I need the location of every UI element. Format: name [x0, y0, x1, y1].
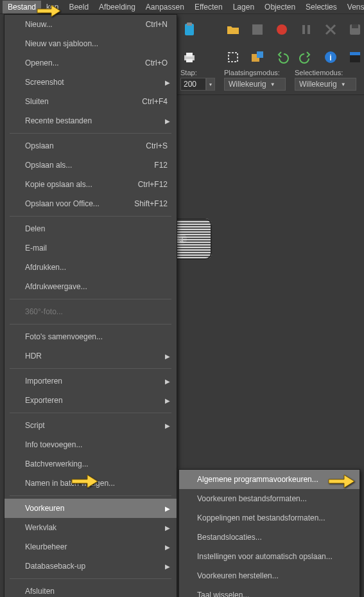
stap-spin-toggle[interactable]: ▾	[206, 78, 215, 91]
menubar: Bestand ken Beeld Afbeelding Aanpassen E…	[0, 0, 364, 14]
resize-icon[interactable]	[248, 48, 266, 66]
submenu-item[interactable]: Instellingen voor automatisch opslaan...	[179, 547, 360, 566]
submenu-item[interactable]: Voorkeuren bestandsformaten...	[179, 489, 360, 508]
menu-item[interactable]: Namen in batch wijzigen...	[4, 474, 177, 493]
save-icon[interactable]	[346, 21, 364, 39]
menu-separator	[10, 495, 171, 496]
menu-item[interactable]: Afsluiten	[4, 582, 177, 597]
bestand-dropdown-menu: Nieuw...Ctrl+NNieuw van sjabloon...Opene…	[4, 14, 177, 597]
toolbar-row-1	[177, 14, 364, 45]
menu-item-label: HDR	[25, 352, 168, 361]
menu-vensters-partial[interactable]: Vens	[342, 1, 364, 13]
menu-item[interactable]: Nieuw van sjabloon...	[4, 34, 177, 53]
menu-item-shortcut: Ctrl+F12	[138, 180, 168, 189]
menu-item-label: Nieuw van sjabloon...	[25, 39, 168, 48]
crop-icon[interactable]	[224, 48, 242, 66]
info-icon[interactable]: i	[322, 48, 340, 66]
menu-item-shortcut: F12	[154, 161, 168, 170]
menu-item[interactable]: Kleurbeheer▶	[4, 537, 177, 557]
submenu-item[interactable]: Algemene programmavoorkeuren...	[179, 470, 360, 489]
menu-item[interactable]: Exporteren▶	[4, 391, 177, 410]
plaatsingsmodus-group: Plaatsingsmodus: Willekeurig ▼	[224, 69, 286, 91]
selectiemodus-dropdown[interactable]: Willekeurig ▼	[295, 78, 356, 91]
menu-item[interactable]: Foto's samenvoegen...	[4, 327, 177, 346]
menu-bewerken-partial[interactable]: ken	[41, 1, 64, 13]
menu-item[interactable]: Script▶	[4, 416, 177, 435]
menu-item-shortcut: Ctrl+N	[146, 20, 168, 29]
plaatsingsmodus-dropdown[interactable]: Willekeurig ▼	[224, 78, 286, 91]
submenu-item[interactable]: Bestandslocaties...	[179, 528, 360, 547]
menu-afbeelding[interactable]: Afbeelding	[94, 1, 141, 13]
menu-item-shortcut: Ctrl+S	[146, 141, 168, 150]
menu-separator	[10, 324, 171, 325]
chevron-right-icon: ▶	[165, 422, 170, 429]
menu-bestand[interactable]: Bestand	[3, 1, 41, 13]
svg-text:i: i	[329, 53, 331, 62]
close-icon[interactable]	[322, 21, 340, 39]
menu-item[interactable]: Delen	[4, 219, 177, 238]
menu-item[interactable]: Info toevoegen...	[4, 435, 177, 454]
plaatsingsmodus-label: Plaatsingsmodus:	[224, 69, 286, 76]
menu-separator	[10, 413, 171, 413]
stap-spinner[interactable]: ▾	[180, 78, 215, 91]
options-bar: Stap: ▾ Plaatsingsmodus: Willekeurig ▼ S…	[177, 69, 364, 95]
menu-item[interactable]: Screenshot▶	[4, 73, 177, 92]
chevron-down-icon: ▼	[341, 82, 346, 87]
menu-item-shortcut: Ctrl+F4	[142, 97, 168, 106]
pause-icon[interactable]	[297, 21, 315, 39]
menu-item[interactable]: Opslaan voor Office...Shift+F12	[4, 194, 177, 213]
submenu-item[interactable]: Koppelingen met bestandsformaten...	[179, 508, 360, 528]
menu-item-label: Exporteren	[25, 396, 168, 405]
menu-effecten[interactable]: Effecten	[189, 1, 228, 13]
selectiemodus-group: Selectiemodus: Willekeurig ▼	[295, 69, 356, 91]
menu-item[interactable]: SluitenCtrl+F4	[4, 92, 177, 111]
menu-item-label: Opslaan	[25, 141, 146, 150]
menu-lagen[interactable]: Lagen	[228, 1, 259, 13]
svg-rect-11	[229, 53, 238, 62]
menu-selecties[interactable]: Selecties	[300, 1, 342, 13]
stop-icon[interactable]	[248, 21, 266, 39]
menu-item-label: Opslaan voor Office...	[25, 199, 134, 208]
svg-rect-7	[352, 24, 358, 28]
panel-icon[interactable]	[346, 48, 364, 66]
menu-item[interactable]: Kopie opslaan als...Ctrl+F12	[4, 175, 177, 194]
menu-item[interactable]: E-mail	[4, 238, 177, 258]
redo-icon[interactable]	[297, 48, 315, 66]
menu-item-shortcut: Ctrl+O	[145, 58, 168, 67]
menu-aanpassen[interactable]: Aanpassen	[141, 1, 189, 13]
folder-open-icon[interactable]	[224, 21, 242, 39]
menu-item[interactable]: Opslaan als...F12	[4, 156, 177, 175]
record-icon[interactable]	[273, 21, 291, 39]
menu-item[interactable]: Databaseback-up▶	[4, 557, 177, 576]
undo-icon[interactable]	[273, 48, 291, 66]
menu-beeld[interactable]: Beeld	[64, 1, 94, 13]
menu-item[interactable]: Werkvlak▶	[4, 518, 177, 537]
menu-item[interactable]: Voorkeuren▶	[4, 499, 177, 518]
menu-item-label: Script	[25, 421, 168, 430]
menu-item-label: Afdrukken...	[25, 263, 168, 272]
menu-item[interactable]: Batchverwerking...	[4, 454, 177, 474]
menu-item-label: Nieuw...	[25, 20, 146, 29]
menu-item[interactable]: Afdrukweergave...	[4, 277, 177, 296]
stap-input[interactable]	[180, 78, 206, 91]
selectiemodus-value: Willekeurig	[299, 80, 337, 89]
clipboard-icon[interactable]	[180, 21, 198, 39]
menu-item[interactable]: Afdrukken...	[4, 258, 177, 277]
menu-item[interactable]: Importeren▶	[4, 371, 177, 391]
menu-item[interactable]: HDR▶	[4, 346, 177, 366]
menu-item-label: Databaseback-up	[25, 562, 168, 571]
menu-objecten[interactable]: Objecten	[259, 1, 300, 13]
svg-rect-13	[257, 51, 263, 58]
menu-item[interactable]: Recente bestanden▶	[4, 111, 177, 130]
menu-item[interactable]: Nieuw...Ctrl+N	[4, 15, 177, 34]
menu-separator	[10, 299, 171, 299]
submenu-item[interactable]: Voorkeuren herstellen...	[179, 566, 360, 585]
selectiemodus-label: Selectiemodus:	[295, 69, 356, 76]
menu-item[interactable]: OpslaanCtrl+S	[4, 136, 177, 156]
menu-item-label: Werkvlak	[25, 523, 168, 532]
print-icon[interactable]	[180, 48, 198, 66]
menu-item-label: Info toevoegen...	[25, 440, 168, 449]
menu-separator	[10, 133, 171, 134]
submenu-item[interactable]: Taal wisselen...	[179, 585, 360, 597]
menu-item[interactable]: Openen...Ctrl+O	[4, 53, 177, 73]
